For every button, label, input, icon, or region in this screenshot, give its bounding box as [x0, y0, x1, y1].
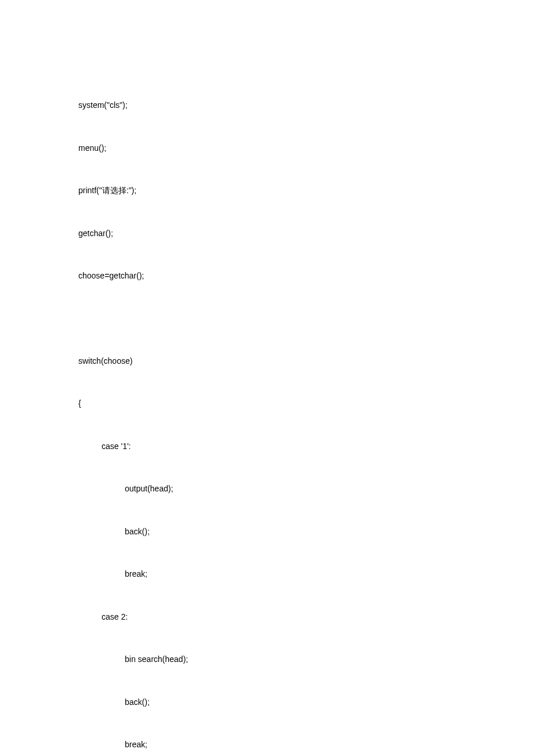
code-line: back(); [0, 695, 534, 710]
code-line: menu(); [0, 141, 534, 155]
code-line: system("cls"); [0, 98, 534, 113]
code-line: bin search(head); [0, 652, 534, 667]
code-line: break; [0, 737, 534, 752]
document-page: system("cls"); menu(); printf("请选择:"); g… [0, 0, 534, 756]
code-line: case 2: [0, 610, 534, 624]
code-line: switch(choose) [0, 354, 534, 368]
code-line: case '1': [0, 439, 534, 454]
code-block: system("cls"); menu(); printf("请选择:"); g… [0, 70, 534, 756]
code-line: output(head); [0, 482, 534, 496]
code-line: { [0, 396, 534, 411]
code-line: break; [0, 567, 534, 581]
blank-line [0, 312, 534, 325]
code-line: choose=getchar(); [0, 269, 534, 283]
code-line: getchar(); [0, 226, 534, 241]
code-line: printf("请选择:"); [0, 183, 534, 198]
code-line: back(); [0, 525, 534, 539]
